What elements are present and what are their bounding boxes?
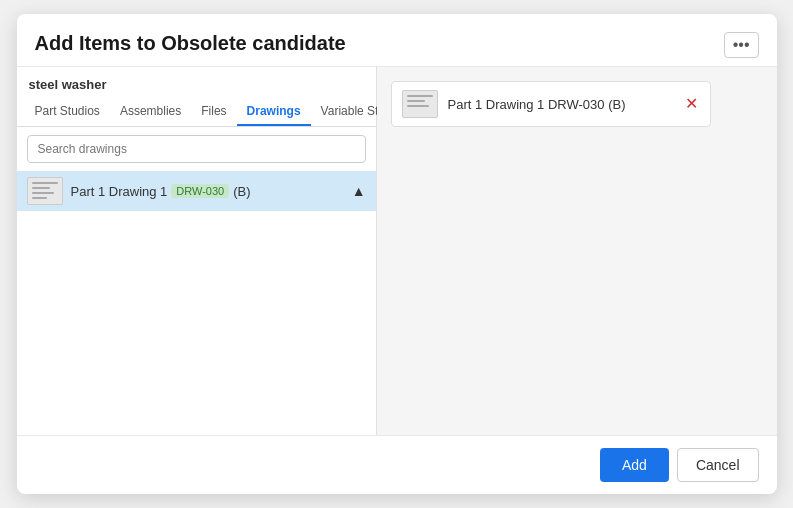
remove-item-button[interactable]: ✕: [683, 96, 700, 112]
dialog-title: Add Items to Obsolete candidate: [35, 32, 346, 55]
cancel-button[interactable]: Cancel: [677, 448, 759, 482]
selected-item-card: Part 1 Drawing 1 DRW-030 (B) ✕: [391, 81, 711, 127]
add-items-dialog: Add Items to Obsolete candidate ••• stee…: [17, 14, 777, 494]
selected-item-name: Part 1 Drawing 1 DRW-030 (B): [448, 97, 673, 112]
more-options-button[interactable]: •••: [724, 32, 759, 58]
dialog-footer: Add Cancel: [17, 435, 777, 494]
item-name: Part 1 Drawing 1 DRW-030 (B): [71, 184, 352, 199]
add-button[interactable]: Add: [600, 448, 669, 482]
search-input[interactable]: [27, 135, 366, 163]
tabs-bar: Part Studios Assemblies Files Drawings V…: [17, 98, 376, 127]
right-panel: Part 1 Drawing 1 DRW-030 (B) ✕: [377, 67, 777, 435]
left-panel: steel washer Part Studios Assemblies Fil…: [17, 67, 377, 435]
item-thumbnail: [27, 177, 63, 205]
item-badge: DRW-030: [171, 184, 229, 198]
document-name: steel washer: [17, 67, 376, 98]
dialog-header: Add Items to Obsolete candidate •••: [17, 14, 777, 67]
tab-assemblies[interactable]: Assemblies: [110, 98, 191, 126]
item-suffix: (B): [233, 184, 250, 199]
drawings-list: Part 1 Drawing 1 DRW-030 (B) ▲: [17, 171, 376, 435]
dialog-body: steel washer Part Studios Assemblies Fil…: [17, 67, 777, 435]
selected-item-thumbnail: [402, 90, 438, 118]
item-name-text: Part 1 Drawing 1: [71, 184, 168, 199]
item-selected-arrow: ▲: [352, 183, 366, 199]
tab-part-studios[interactable]: Part Studios: [25, 98, 110, 126]
tab-files[interactable]: Files: [191, 98, 236, 126]
list-item[interactable]: Part 1 Drawing 1 DRW-030 (B) ▲: [17, 171, 376, 211]
tab-drawings[interactable]: Drawings: [237, 98, 311, 126]
